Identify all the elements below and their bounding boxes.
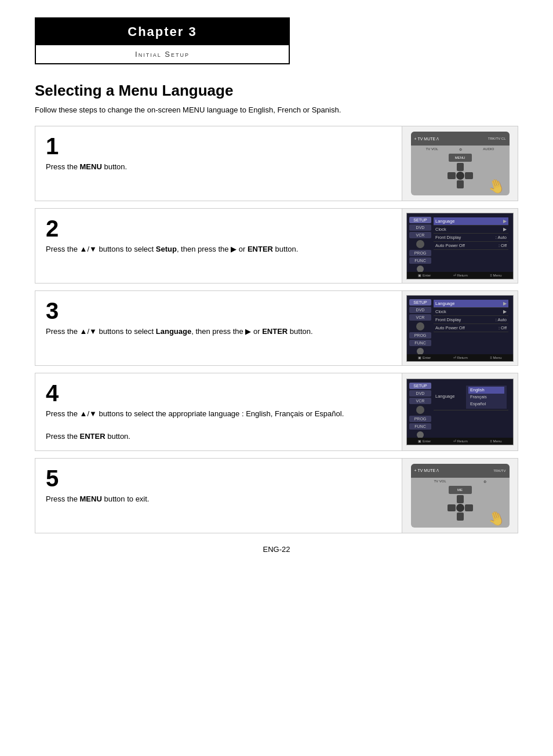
step-3-text: Press the ▲/▼ buttons to select Language… [46,326,391,337]
step-2-number: 2 [46,217,391,240]
step-4-number: 4 [46,381,391,405]
step-5-text: Press the MENU button to exit. [46,493,391,505]
step-3-screen: SETUP DVD VCR PROG FUNC Language▶ Clock▶ [406,295,514,362]
step-2-text: Press the ▲/▼ buttons to select Setup, t… [46,243,391,255]
step-3-left: 3 Press the ▲/▼ buttons to select Langua… [35,291,402,365]
step-4-text: Press the ▲/▼ buttons to select the appr… [46,408,391,442]
step-4-screen: SETUP DVD VCR PROG FUNC Language English… [406,379,514,445]
step-1: 1 Press the MENU button. + TV MUTE /\ TR… [35,126,518,201]
step-5-left: 5 Press the MENU button to exit. [35,459,402,533]
chapter-header: Chapter 3 Initial Setup [35,17,290,64]
step-5-illustration: + TV MUTE /\ TRK/TV TV VOL ⚙ ME 🤚 [402,459,518,533]
step-5-number: 5 [46,467,391,490]
page-number: ENG-22 [35,545,518,554]
step-5: 5 Press the MENU button to exit. + TV MU… [35,458,518,533]
step-3: 3 Press the ▲/▼ buttons to select Langua… [35,290,518,366]
step-3-number: 3 [46,299,391,322]
step-1-text: Press the MENU button. [46,161,391,173]
step-1-left: 1 Press the MENU button. [35,126,402,201]
step-2-left: 2 Press the ▲/▼ buttons to select Setup,… [35,209,402,283]
step-4-illustration: SETUP DVD VCR PROG FUNC Language English… [402,373,518,450]
step-1-illustration: + TV MUTE /\ TRK/TV CL TV VOL ⚙ AUDIO ME… [402,126,518,201]
step-2-screen: SETUP DVD VCR PROG FUNC Language▶ Clock▶ [406,213,514,279]
section-heading: Selecting a Menu Language [35,82,518,100]
step-4: 4 Press the ▲/▼ buttons to select the ap… [35,373,518,451]
step-4-left: 4 Press the ▲/▼ buttons to select the ap… [35,373,402,450]
step-3-illustration: SETUP DVD VCR PROG FUNC Language▶ Clock▶ [402,291,518,365]
chapter-title: Chapter 3 [36,19,289,45]
step-1-number: 1 [46,135,391,158]
section-description: Follow these steps to change the on-scre… [35,106,518,114]
step-2: 2 Press the ▲/▼ buttons to select Setup,… [35,208,518,284]
chapter-subtitle: Initial Setup [36,45,289,63]
step-2-illustration: SETUP DVD VCR PROG FUNC Language▶ Clock▶ [402,209,518,283]
